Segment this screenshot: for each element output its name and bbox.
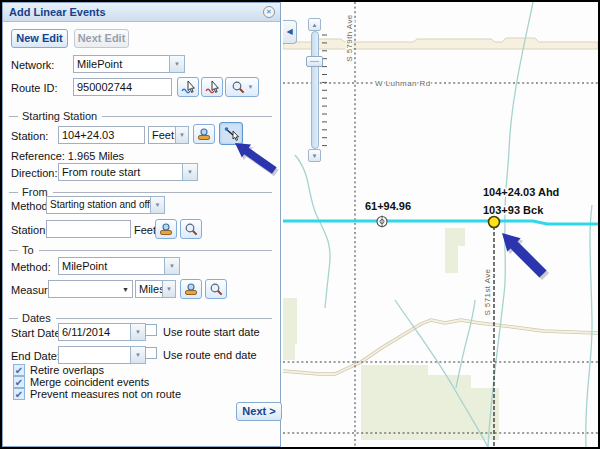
from-station-label: Station: xyxy=(11,224,48,236)
from-station-input[interactable] xyxy=(46,220,131,238)
from-method-caret-icon[interactable]: ▼ xyxy=(150,196,165,214)
zoom-in-button[interactable]: ▲ xyxy=(308,18,321,31)
to-method-label: Method: xyxy=(11,261,51,273)
check-icon: ✔ xyxy=(15,365,23,376)
caret-down-icon: ▼ xyxy=(312,153,318,159)
select-station-on-map-button[interactable] xyxy=(219,122,243,145)
caret-down-icon: ▼ xyxy=(248,84,254,90)
station-units-select[interactable]: Feet xyxy=(148,126,176,144)
station-units-caret-icon[interactable]: ▼ xyxy=(175,126,189,144)
use-route-start-date-checkbox[interactable] xyxy=(145,324,157,336)
measure-caret-icon[interactable]: ▼ xyxy=(122,282,129,298)
from-method-label: Method: xyxy=(11,200,51,212)
station-label-left: 61+94.96 xyxy=(365,200,411,212)
road-label-luhman: W Luhman Rd xyxy=(375,79,431,88)
route-id-label: Route ID: xyxy=(11,82,57,94)
use-route-end-date-label: Use route end date xyxy=(163,349,257,361)
search-icon xyxy=(184,222,199,237)
merge-coincident-events-checkbox[interactable]: ✔ xyxy=(13,376,25,388)
major-road-band xyxy=(283,38,598,49)
field-polygon xyxy=(283,298,297,344)
station-marker-icon xyxy=(158,221,174,237)
station-input[interactable] xyxy=(58,126,145,144)
starting-station-separator: Starting Station xyxy=(9,110,272,122)
start-date-label: Start Date: xyxy=(11,327,64,339)
panel-titlebar: Add Linear Events ✕ xyxy=(3,3,280,22)
select-route-icon xyxy=(180,79,196,95)
start-date-field[interactable]: 6/11/2014 xyxy=(58,323,131,341)
field-polygon xyxy=(379,388,499,440)
map-canvas[interactable]: W Luhman Rd S 579th Ave S 571st Ave 61+9… xyxy=(283,2,598,447)
search-icon xyxy=(231,80,246,95)
stream xyxy=(586,205,592,447)
check-icon: ✔ xyxy=(15,377,23,388)
direction-label: Direction: xyxy=(11,167,57,179)
direction-caret-icon[interactable]: ▼ xyxy=(182,163,198,181)
station-marker-tool-button[interactable] xyxy=(193,124,215,144)
route-search-dropdown-button[interactable]: ▼ xyxy=(225,77,259,97)
station-marker-icon xyxy=(196,126,212,142)
from-station-marker-tool-button[interactable] xyxy=(155,219,177,239)
panel-title: Add Linear Events xyxy=(9,6,106,18)
retire-overlaps-checkbox[interactable]: ✔ xyxy=(13,364,25,376)
station-marker xyxy=(377,216,387,228)
from-units-text: Feet xyxy=(134,224,156,236)
prevent-measures-label: Prevent measures not on route xyxy=(30,388,181,400)
route-id-input[interactable] xyxy=(73,78,172,96)
search-icon xyxy=(209,282,224,297)
map-graphics: W Luhman Rd S 579th Ave S 571st Ave 61+9… xyxy=(283,2,598,447)
caret-up-icon: ▲ xyxy=(312,22,318,28)
station-label: Station: xyxy=(11,130,48,142)
new-edit-button[interactable]: New Edit xyxy=(11,29,68,48)
end-date-caret-icon[interactable]: ▼ xyxy=(130,346,146,364)
close-icon[interactable]: ✕ xyxy=(263,6,275,18)
dates-section-label: Dates xyxy=(22,312,51,324)
network-select[interactable]: MilePoint xyxy=(73,55,170,73)
station-marker-icon xyxy=(183,281,199,297)
to-separator: To xyxy=(9,244,272,256)
to-method-select[interactable]: MilePoint xyxy=(58,257,165,275)
to-method-caret-icon[interactable]: ▼ xyxy=(164,257,180,275)
measure-search-button[interactable] xyxy=(205,279,227,299)
clear-route-selection-icon xyxy=(204,79,220,95)
from-method-select[interactable]: Starting station and offset xyxy=(46,196,151,214)
stream xyxy=(295,155,330,308)
use-route-end-date-checkbox[interactable] xyxy=(145,347,157,359)
measure-marker-tool-button[interactable] xyxy=(180,279,202,299)
map-annotation-arrow xyxy=(495,226,552,283)
measure-units-select[interactable]: Miles xyxy=(135,280,163,298)
zoom-out-button[interactable]: ▼ xyxy=(308,149,321,162)
stream xyxy=(456,300,475,388)
direction-select[interactable]: From route start xyxy=(58,163,183,181)
measure-combobox[interactable]: ▼ xyxy=(48,280,133,298)
field-polygon xyxy=(283,342,295,360)
prevent-measures-checkbox[interactable]: ✔ xyxy=(13,388,25,400)
network-label: Network: xyxy=(11,59,54,71)
selected-station-point[interactable] xyxy=(489,217,500,228)
from-section-label: From xyxy=(22,186,48,198)
next-button[interactable]: Next > xyxy=(236,402,282,421)
add-linear-events-panel: Add Linear Events ✕ New Edit Next Edit N… xyxy=(2,2,281,447)
route-line[interactable] xyxy=(283,221,598,224)
next-edit-button[interactable]: Next Edit xyxy=(74,29,129,48)
from-search-button[interactable] xyxy=(180,219,202,239)
start-date-caret-icon[interactable]: ▼ xyxy=(130,323,146,341)
check-icon: ✔ xyxy=(15,389,23,400)
field-polygon xyxy=(445,228,465,273)
select-route-button[interactable] xyxy=(177,77,199,97)
end-date-field[interactable] xyxy=(58,346,131,364)
measure-units-caret-icon[interactable]: ▼ xyxy=(162,280,176,298)
retire-overlaps-label: Retire overlaps xyxy=(30,364,104,376)
zoom-slider-thumb[interactable] xyxy=(306,56,323,67)
road-label-ave-east: S 571st Ave xyxy=(483,268,492,315)
collapse-left-icon: ◀ xyxy=(286,27,292,36)
network-caret-icon[interactable]: ▼ xyxy=(169,55,185,73)
app-window: Add Linear Events ✕ New Edit Next Edit N… xyxy=(2,2,598,447)
select-station-on-map-icon xyxy=(223,125,240,142)
screenshot-root: Add Linear Events ✕ New Edit Next Edit N… xyxy=(0,0,600,449)
panel-collapse-tab[interactable]: ◀ xyxy=(283,20,297,44)
station-label-ahead: 104+24.03 Ahd xyxy=(483,186,559,198)
clear-route-selection-button[interactable] xyxy=(201,77,223,97)
to-section-label: To xyxy=(22,244,34,256)
zoom-slider-track[interactable] xyxy=(311,31,319,149)
